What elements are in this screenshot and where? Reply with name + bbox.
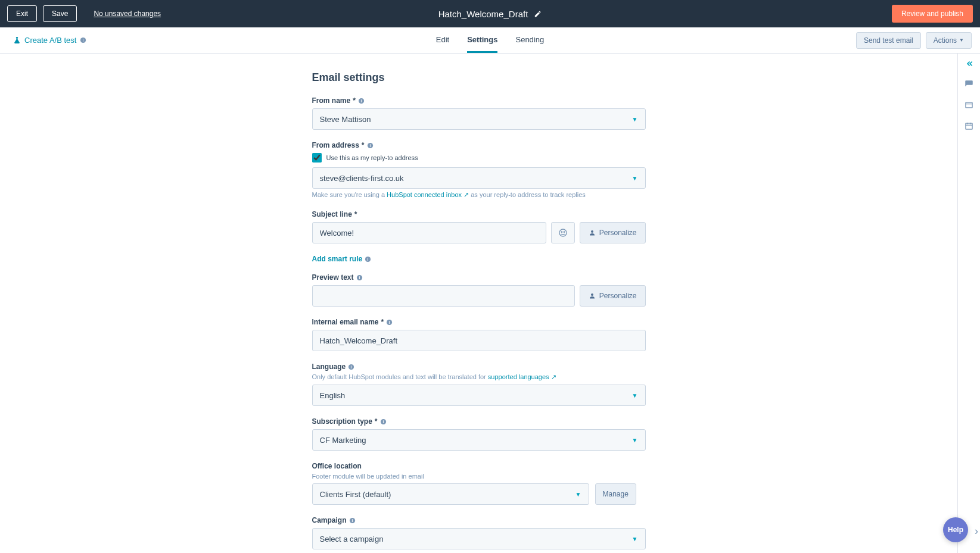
window-icon[interactable] <box>965 101 973 110</box>
settings-heading: Email settings <box>312 71 646 84</box>
create-ab-test-link[interactable]: Create A/B test i <box>13 36 86 45</box>
svg-text:i: i <box>360 98 362 102</box>
info-icon[interactable]: i <box>348 364 354 370</box>
tab-settings[interactable]: Settings <box>467 27 497 53</box>
label-text: Language <box>312 363 346 371</box>
supported-languages-link[interactable]: supported languages ↗ <box>488 373 556 380</box>
exit-button[interactable]: Exit <box>7 5 37 22</box>
actions-label: Actions <box>934 36 957 45</box>
right-actions: Send test email Actions ▼ <box>856 32 972 49</box>
subscription-type-select[interactable]: CF Marketing ▼ <box>312 429 646 451</box>
calendar-icon[interactable] <box>965 121 973 130</box>
form-column: Email settings From name* i Steve Mattis… <box>312 71 646 549</box>
subscription-type-group: Subscription type* i CF Marketing ▼ <box>312 417 646 451</box>
label-text: From name <box>312 96 351 105</box>
from-address-group: From address* i Use this as my reply-to … <box>312 140 646 199</box>
svg-text:i: i <box>369 143 371 147</box>
caret-down-icon: ▼ <box>632 437 638 443</box>
external-link-icon: ↗ <box>463 191 469 198</box>
subject-group: Subject line* Personalize <box>312 210 646 243</box>
personalize-subject-button[interactable]: Personalize <box>580 222 646 243</box>
actions-dropdown[interactable]: Actions ▼ <box>926 32 972 49</box>
caret-down-icon: ▼ <box>632 392 638 399</box>
add-smart-rule-link[interactable]: Add smart rule i <box>312 255 372 263</box>
smart-rule-label: Add smart rule <box>312 255 363 263</box>
send-test-email-button[interactable]: Send test email <box>856 32 921 49</box>
language-help: Only default HubSpot modules and text wi… <box>312 373 646 381</box>
save-button[interactable]: Save <box>43 5 77 22</box>
svg-text:i: i <box>359 275 360 279</box>
language-select[interactable]: English ▼ <box>312 385 646 406</box>
from-address-help: Make sure you're using a HubSpot connect… <box>312 191 646 199</box>
from-name-select[interactable]: Steve Mattison ▼ <box>312 108 646 130</box>
top-left: Exit Save No unsaved changes <box>7 5 161 22</box>
label-text: Office location <box>312 462 362 470</box>
svg-point-8 <box>564 232 564 232</box>
contact-icon <box>589 229 596 236</box>
main-wrap: Email settings From name* i Steve Mattis… <box>0 54 980 553</box>
svg-text:i: i <box>382 419 384 423</box>
title-area: Hatch_Welcome_Draft <box>438 9 542 19</box>
expand-arrow-icon[interactable]: › <box>975 525 978 538</box>
internal-name-input[interactable] <box>312 330 646 351</box>
label-text: Campaign <box>312 516 347 524</box>
info-icon[interactable]: i <box>386 319 393 326</box>
unsaved-changes-link[interactable]: No unsaved changes <box>94 10 161 18</box>
svg-point-14 <box>591 293 593 296</box>
subject-label: Subject line* <box>312 210 357 218</box>
svg-rect-25 <box>966 123 972 129</box>
secondary-bar: Create A/B test i Edit Settings Sending … <box>0 27 980 54</box>
info-icon[interactable]: i <box>358 98 365 104</box>
language-value: English <box>320 391 346 400</box>
chat-icon[interactable] <box>965 80 973 89</box>
campaign-select[interactable]: Select a campaign ▼ <box>312 528 646 549</box>
info-icon[interactable]: i <box>349 517 356 524</box>
collapse-icon[interactable] <box>965 60 973 68</box>
internal-name-group: Internal email name* i <box>312 317 646 351</box>
tabs: Edit Settings Sending <box>436 27 544 53</box>
svg-point-7 <box>561 232 562 232</box>
label-text: Preview text <box>312 273 354 282</box>
caret-down-icon: ▼ <box>575 491 581 498</box>
office-location-group: Office location Footer module will be up… <box>312 461 646 505</box>
personalize-label: Personalize <box>599 229 637 237</box>
preview-text-input[interactable] <box>312 285 575 307</box>
campaign-label: Campaign i <box>312 516 356 524</box>
info-icon[interactable]: i <box>356 274 363 281</box>
svg-text:i: i <box>351 518 353 522</box>
page-title-text: Hatch_Welcome_Draft <box>438 9 528 19</box>
subscription-type-label: Subscription type* i <box>312 417 387 426</box>
reply-to-checkbox[interactable] <box>312 153 322 163</box>
emoji-button[interactable] <box>551 222 575 243</box>
language-label: Language i <box>312 363 355 371</box>
office-value: Clients First (default) <box>320 490 391 499</box>
office-location-select[interactable]: Clients First (default) ▼ <box>312 483 589 505</box>
top-header: Exit Save No unsaved changes Hatch_Welco… <box>0 0 980 27</box>
personalize-preview-button[interactable]: Personalize <box>580 285 646 307</box>
personalize-label: Personalize <box>599 292 637 300</box>
tab-edit[interactable]: Edit <box>436 27 449 53</box>
label-text: Subject line <box>312 210 352 218</box>
edit-title-icon[interactable] <box>534 10 542 18</box>
from-address-value: steve@clients-first.co.uk <box>320 174 404 183</box>
from-address-select[interactable]: steve@clients-first.co.uk ▼ <box>312 167 646 189</box>
from-name-label: From name* i <box>312 96 365 105</box>
from-name-group: From name* i Steve Mattison ▼ <box>312 96 646 130</box>
label-text: From address <box>312 141 359 149</box>
svg-text:i: i <box>368 257 369 261</box>
subject-input[interactable] <box>312 222 546 243</box>
connected-inbox-link[interactable]: HubSpot connected inbox ↗ <box>387 191 469 198</box>
review-publish-button[interactable]: Review and publish <box>892 5 973 23</box>
campaign-value: Select a campaign <box>320 535 384 543</box>
manage-office-button[interactable]: Manage <box>595 483 636 505</box>
info-icon[interactable]: i <box>380 418 387 425</box>
subscription-value: CF Marketing <box>320 436 366 445</box>
svg-point-6 <box>559 229 567 236</box>
info-icon[interactable]: i <box>367 142 374 149</box>
caret-down-icon: ▼ <box>632 175 638 182</box>
preview-text-label: Preview text i <box>312 273 363 282</box>
help-bubble[interactable]: Help <box>943 517 968 542</box>
reply-to-checkbox-row: Use this as my reply-to address <box>312 153 646 163</box>
svg-point-9 <box>591 230 593 233</box>
tab-sending[interactable]: Sending <box>515 27 544 53</box>
